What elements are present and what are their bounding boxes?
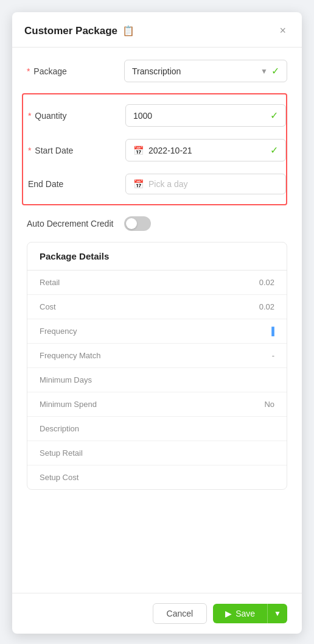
close-button[interactable]: × [276, 23, 290, 38]
calendar-icon: 📅 [133, 146, 144, 155]
quantity-check-icon: ✓ [270, 110, 278, 121]
auto-decrement-row: Auto Decrement Credit [27, 216, 287, 231]
check-icon: ✓ [271, 65, 279, 77]
auto-decrement-label: Auto Decrement Credit [27, 219, 124, 228]
title-text: Customer Package [24, 25, 117, 37]
chevron-down-icon: ▼ [274, 609, 281, 618]
frequency-value: ▐ [269, 327, 274, 336]
customer-package-modal: Customer Package 📋 × * Package Transcrip… [12, 12, 302, 634]
end-date-calendar-icon: 📅 [133, 179, 144, 189]
frequency-match-label: Frequency Match [40, 351, 100, 360]
retail-value: 0.02 [259, 278, 274, 287]
save-dropdown-button[interactable]: ▼ [267, 604, 287, 623]
setup-cost-label: Setup Cost [40, 473, 78, 482]
quantity-row: * Quantity 1000 ✓ [23, 98, 286, 133]
detail-row-frequency: Frequency ▐ [27, 319, 287, 344]
quantity-label: * Quantity [28, 111, 125, 121]
package-details-header: Package Details [27, 242, 287, 271]
quantity-value: 1000 [133, 111, 152, 121]
package-value: Transcription [132, 66, 181, 76]
setup-retail-label: Setup Retail [40, 448, 83, 458]
detail-row-setup-retail: Setup Retail [27, 441, 287, 465]
cancel-button[interactable]: Cancel [153, 603, 208, 624]
start-date-required: * [28, 146, 31, 155]
start-date-control: 📅 2022-10-21 ✓ [125, 139, 286, 161]
package-row: * Package Transcription ▼ ✓ [27, 60, 287, 82]
package-required: * [27, 66, 30, 76]
end-date-row: End Date 📅 Pick a day [23, 168, 286, 200]
document-icon: 📋 [122, 25, 134, 37]
detail-row-cost: Cost 0.02 [27, 295, 287, 319]
end-date-label: End Date [28, 179, 125, 189]
frequency-label: Frequency [40, 327, 77, 336]
modal-body: * Package Transcription ▼ ✓ [12, 48, 302, 593]
detail-row-frequency-match: Frequency Match - [27, 344, 287, 368]
start-date-row: * Start Date 📅 2022-10-21 ✓ [23, 133, 286, 168]
frequency-match-value: - [272, 351, 274, 360]
detail-row-setup-cost: Setup Cost [27, 465, 287, 489]
cost-label: Cost [40, 302, 56, 311]
modal-footer: Cancel ▶ Save ▼ [12, 593, 302, 634]
description-label: Description [40, 424, 79, 433]
quantity-control: 1000 ✓ [125, 104, 286, 127]
toggle-slider [124, 216, 151, 231]
minimum-days-label: Minimum Days [40, 375, 92, 384]
package-select[interactable]: Transcription ▼ ✓ [124, 60, 287, 82]
cost-value: 0.02 [259, 302, 274, 311]
minimum-spend-value: No [264, 400, 274, 409]
end-date-input[interactable]: 📅 Pick a day [125, 174, 286, 194]
highlighted-fields: * Quantity 1000 ✓ * Start Date [22, 93, 287, 205]
start-date-value: 2022-10-21 [148, 146, 192, 155]
quantity-required: * [28, 111, 31, 121]
save-button[interactable]: ▶ Save [213, 604, 267, 623]
detail-row-retail: Retail 0.02 [27, 271, 287, 295]
package-label: * Package [27, 66, 124, 76]
package-details-card: Package Details Retail 0.02 Cost 0.02 Fr… [27, 242, 287, 490]
detail-row-minimum-spend: Minimum Spend No [27, 392, 287, 417]
start-date-check-icon: ✓ [270, 144, 278, 156]
retail-label: Retail [40, 278, 60, 287]
save-button-group: ▶ Save ▼ [213, 604, 287, 623]
auto-decrement-toggle[interactable] [124, 216, 287, 231]
quantity-input[interactable]: 1000 ✓ [125, 104, 286, 127]
modal-header: Customer Package 📋 × [12, 12, 302, 48]
modal-title: Customer Package 📋 [24, 25, 134, 37]
end-date-placeholder: Pick a day [148, 179, 188, 189]
package-control: Transcription ▼ ✓ [124, 60, 287, 82]
play-icon: ▶ [225, 609, 232, 618]
chevron-down-icon: ▼ [260, 67, 268, 76]
start-date-label: * Start Date [28, 146, 125, 155]
minimum-spend-label: Minimum Spend [40, 400, 97, 409]
detail-row-description: Description [27, 417, 287, 441]
detail-row-minimum-days: Minimum Days [27, 368, 287, 392]
auto-decrement-control [124, 216, 287, 231]
start-date-input[interactable]: 📅 2022-10-21 ✓ [125, 139, 286, 161]
end-date-control: 📅 Pick a day [125, 174, 286, 194]
